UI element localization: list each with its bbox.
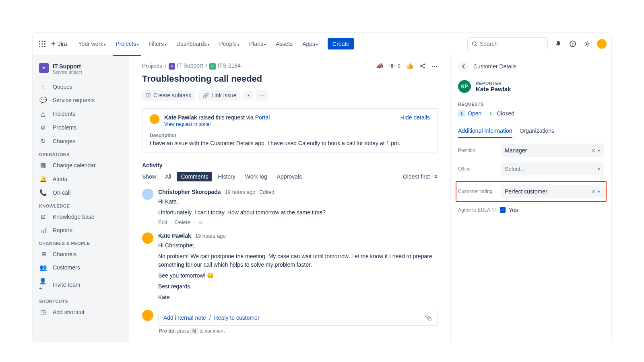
clear-icon[interactable]: ✕: [592, 189, 595, 194]
issue-title[interactable]: Troubleshooting call needed: [142, 74, 438, 84]
field-position: Position Manager ✕ ▾: [458, 144, 604, 157]
panel-back-button[interactable]: [458, 61, 469, 72]
activity-tab-history[interactable]: History: [214, 172, 239, 181]
subtask-icon: ☑: [146, 93, 151, 99]
search-box[interactable]: [467, 37, 548, 50]
customer-rating-select[interactable]: Perfect customer ✕ ▾: [501, 185, 604, 198]
sidebar-item-customers[interactable]: 👥Customers: [33, 261, 129, 274]
nav-item-plans[interactable]: Plans▾: [245, 37, 270, 50]
chevron-down-icon[interactable]: ▾: [598, 189, 600, 194]
help-icon[interactable]: ?: [568, 39, 578, 49]
nav-item-people[interactable]: People▾: [215, 37, 244, 50]
nav-item-apps[interactable]: Apps▾: [298, 37, 322, 50]
sidebar-item-add-shortcut[interactable]: ◳Add shortcut: [33, 305, 129, 319]
reply-to-customer-link[interactable]: Reply to customer: [214, 315, 260, 321]
comment-time: 19 hours ago: [225, 189, 256, 195]
app-switcher-icon[interactable]: [37, 39, 47, 49]
activity-tab-comments[interactable]: Comments: [177, 172, 212, 181]
breadcrumb-root[interactable]: Projects: [142, 63, 163, 69]
comment-react-icon[interactable]: ☺: [198, 219, 203, 225]
sidebar-item-alerts[interactable]: 🔔Alerts: [33, 172, 129, 186]
sidebar-item-incidents[interactable]: △Incidents: [33, 107, 129, 121]
sidebar-icon: 👤+: [39, 278, 47, 292]
add-internal-note-link[interactable]: Add internal note: [163, 315, 206, 321]
sidebar-icon: 👥: [39, 264, 47, 271]
activity-tab-all[interactable]: All: [161, 172, 175, 181]
sidebar-item-reports[interactable]: 📊Reports: [33, 223, 129, 237]
side-section-heading: SHORTCUTS: [33, 295, 129, 305]
share-icon[interactable]: [419, 63, 426, 69]
project-type: Service project: [53, 70, 82, 74]
sidebar-icon: 💬: [39, 97, 47, 104]
comment-text: Hi Kate,: [158, 197, 438, 206]
comment-time: 19 hours ago: [195, 233, 226, 239]
reporter-label: REPORTER: [476, 81, 511, 86]
request-channel[interactable]: Portal: [255, 114, 270, 121]
open-requests[interactable]: 1 Open: [458, 110, 481, 117]
sidebar-icon: 🗎: [39, 213, 47, 220]
panel-tab-additional-information[interactable]: Additional information: [458, 124, 512, 138]
settings-icon[interactable]: [582, 39, 592, 49]
create-subtask-button[interactable]: ☑ Create subtask: [142, 90, 195, 101]
comment-input[interactable]: Add internal note / Reply to customer 📎: [158, 310, 438, 326]
sidebar-item-channels[interactable]: 🖥Channels: [33, 247, 129, 261]
watch-icon[interactable]: 👁: [389, 63, 395, 70]
closed-requests[interactable]: 1 Closed: [487, 110, 514, 117]
notifications-icon[interactable]: [553, 39, 563, 49]
jira-logo[interactable]: ✦ Jira: [50, 39, 67, 48]
comment-edit-link[interactable]: Edit: [158, 219, 167, 225]
more-actions-icon[interactable]: ⋯: [431, 62, 438, 70]
link-issue-button[interactable]: 🔗 Link issue: [198, 90, 240, 101]
sort-button[interactable]: Oldest first ↑≡: [403, 173, 438, 180]
nav-item-projects[interactable]: Projects▾: [111, 37, 143, 50]
breadcrumb-project[interactable]: ✦IT Support: [169, 62, 203, 70]
sidebar-item-knowledge-base[interactable]: 🗎Knowledge base: [33, 210, 129, 223]
position-select[interactable]: Manager ✕ ▾: [501, 144, 604, 157]
clear-icon[interactable]: ✕: [592, 148, 595, 153]
nav-item-dashboards[interactable]: Dashboards▾: [172, 37, 214, 50]
sidebar-item-changes[interactable]: ↻Changes: [33, 134, 129, 148]
sidebar-item-on-call[interactable]: 📞On-call: [33, 186, 129, 200]
info-icon[interactable]: ⓘ: [492, 207, 496, 213]
eula-checkbox[interactable]: ✓: [500, 207, 506, 213]
hide-details-link[interactable]: Hide details: [400, 114, 430, 121]
comment-author: Christopher Skoropada: [158, 189, 221, 195]
feedback-icon[interactable]: 📣: [376, 62, 384, 70]
sort-icon: ↑≡: [431, 173, 438, 180]
link-dropdown-button[interactable]: ▾: [244, 91, 253, 100]
panel-tab-organizations[interactable]: Organizations: [520, 124, 554, 138]
sidebar-item-queues[interactable]: ≡Queues: [33, 80, 129, 93]
breadcrumb-issue[interactable]: ✓ITS-2184: [209, 62, 241, 70]
more-toolbar-button[interactable]: ⋯: [256, 90, 268, 101]
project-header[interactable]: ✦ IT Support Service project: [33, 62, 129, 80]
reporter-name: Kate Pawlak: [476, 86, 511, 93]
chevron-down-icon: ▾: [237, 43, 239, 47]
pro-tip: Pro tip: press M to comment: [159, 328, 438, 334]
search-input[interactable]: [480, 41, 543, 47]
sidebar-item-change-calendar[interactable]: ▦Change calendar: [33, 158, 129, 172]
chevron-down-icon[interactable]: ▾: [598, 167, 600, 172]
chevron-down-icon[interactable]: ▾: [598, 148, 600, 153]
view-in-portal-link[interactable]: View request in portal: [164, 121, 211, 127]
svg-point-15: [423, 64, 425, 65]
sidebar-icon: △: [39, 110, 47, 117]
comment-delete-link[interactable]: Delete: [175, 219, 190, 225]
requester-avatar: [150, 114, 159, 124]
attachment-icon[interactable]: 📎: [425, 314, 432, 321]
sidebar-item-invite-team[interactable]: 👤+Invite team: [33, 274, 129, 295]
office-select[interactable]: Select... ▾: [501, 162, 604, 175]
sidebar-item-problems[interactable]: ⊘Problems: [33, 121, 129, 134]
activity-tab-work-log[interactable]: Work log: [241, 172, 271, 181]
nav-item-assets[interactable]: Assets: [272, 37, 297, 50]
sidebar: ✦ IT Support Service project ≡Queues💬Ser…: [33, 55, 129, 342]
activity-tab-approvals[interactable]: Approvals: [273, 172, 306, 181]
nav-item-your-work[interactable]: Your work▾: [74, 37, 110, 50]
sidebar-item-service-requests[interactable]: 💬Service requests: [33, 93, 129, 107]
header-actions: 📣 👁 2 👍 ⋯: [376, 62, 438, 70]
svg-rect-8: [44, 46, 45, 47]
nav-item-filters[interactable]: Filters▾: [144, 37, 171, 50]
user-avatar[interactable]: [597, 39, 607, 49]
create-button[interactable]: Create: [328, 38, 354, 49]
field-eula: Agree to EULA ⓘ ✓ Yes: [458, 207, 604, 213]
like-icon[interactable]: 👍: [406, 62, 414, 70]
